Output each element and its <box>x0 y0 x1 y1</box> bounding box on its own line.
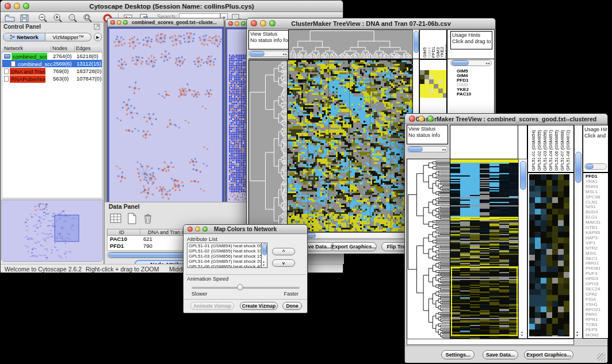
attribute-item[interactable]: GPL51-04 (GSM857) heat shock 20 min <box>188 259 267 264</box>
speed-slider-thumb[interactable] <box>237 284 243 290</box>
attribute-item[interactable]: GPL51-01 (GSM854) heat shock 05 min <box>188 243 267 248</box>
attribute-list-scrollbar[interactable]: ▴▾ <box>261 243 267 268</box>
zoom-matrix-cell[interactable] <box>429 84 434 89</box>
tv1-zoom-hscrollbar[interactable]: ◂ ▸ <box>450 60 492 66</box>
done-button[interactable]: Done <box>282 302 302 310</box>
column-label[interactable]: GPL51-04 (GSM857) <box>548 130 553 171</box>
zoom-matrix-cell[interactable] <box>420 79 424 84</box>
zoom-button[interactable] <box>202 227 208 232</box>
network-row[interactable]: RNAPuberNov2+ 563(0) 107847(0) <box>2 75 102 82</box>
tv1-gene-dendrogram[interactable] <box>248 60 288 232</box>
zoom-matrix-cell[interactable] <box>420 75 424 79</box>
minimize-button[interactable] <box>14 3 20 9</box>
treeview1-titlebar[interactable]: ClusterMaker TreeView : DNA and Tran 07-… <box>247 18 495 29</box>
zoom-matrix-cell[interactable] <box>429 79 434 84</box>
attribute-list[interactable]: GPL51-01 (GSM854) heat shock 05 minGPL51… <box>187 243 267 268</box>
zoom-matrix-cell[interactable] <box>424 93 429 98</box>
tv2-bottom-hscrollbar[interactable] <box>407 339 574 345</box>
zoom-button[interactable] <box>23 3 29 9</box>
column-label[interactable]: GPL51-07 (GSM868) <box>560 130 565 171</box>
minimize-button[interactable] <box>260 20 266 26</box>
zoom-matrix-cell[interactable] <box>434 89 438 93</box>
zoom-button[interactable] <box>427 116 434 122</box>
zoom-matrix-cell[interactable] <box>420 70 424 75</box>
animate-vizmap-button[interactable]: Animate Vizmap <box>190 302 234 310</box>
zoom-matrix-cell[interactable] <box>429 70 434 75</box>
zoom-matrix-cell[interactable] <box>424 84 429 89</box>
close-button[interactable] <box>251 20 257 26</box>
float-panel-icon[interactable] <box>94 24 100 30</box>
zoom-matrix-cell[interactable] <box>434 84 438 89</box>
main-titlebar[interactable]: Cytoscape Desktop (Session Name: collins… <box>1 1 343 12</box>
close-button[interactable] <box>188 227 193 232</box>
new-attribute-icon[interactable] <box>125 212 138 225</box>
zoom-matrix-cell[interactable] <box>429 75 434 79</box>
tab-overflow-button[interactable]: ▶ <box>94 33 102 41</box>
zoom-matrix-cell[interactable] <box>438 84 443 89</box>
zoom-matrix-cell[interactable] <box>443 70 447 75</box>
network-row[interactable]: DNA and Tran 07 769(0) 183728(0) <box>2 67 102 75</box>
tv1-global-heatmap[interactable] <box>287 60 413 232</box>
close-button[interactable] <box>228 21 233 26</box>
column-label[interactable]: GPL51-03 (GSM856) <box>542 130 548 171</box>
gene-label[interactable]: PAC10 <box>457 92 471 97</box>
zoom-matrix-cell[interactable] <box>420 84 424 89</box>
zoom-matrix-cell[interactable] <box>438 79 443 84</box>
gene-label[interactable]: MON2 <box>586 333 608 338</box>
zoom-matrix-cell[interactable] <box>429 89 434 93</box>
zoom-matrix-cell[interactable] <box>438 89 443 93</box>
column-label[interactable]: GPL51-01 (GSM854) <box>531 130 536 171</box>
scroll-arrows[interactable]: ◂ ▸ <box>442 148 446 151</box>
zoom-matrix-cell[interactable] <box>434 79 438 84</box>
network-view-1[interactable] <box>109 29 222 205</box>
zoom-matrix-cell[interactable] <box>424 75 429 79</box>
zoom-matrix-cell[interactable] <box>420 93 424 98</box>
zoom-matrix-cell[interactable] <box>424 70 429 75</box>
tv2-global-heatmap[interactable] <box>450 159 519 340</box>
zoom-matrix-cell[interactable] <box>434 75 438 79</box>
birdseye-view[interactable] <box>2 200 102 261</box>
tv1-array-dendrogram[interactable] <box>288 29 413 60</box>
dialog-titlebar[interactable]: Map Colors to Network <box>183 225 307 234</box>
zoom-matrix-cell[interactable] <box>443 75 447 79</box>
tv2-status-scrollbar[interactable]: ◂ ▸ <box>407 146 448 152</box>
col-nodes[interactable]: Nodes <box>52 45 67 51</box>
attribute-item[interactable]: GPL51-03 (GSM856) heat shock 15 min <box>188 254 267 259</box>
tab-vizmapper[interactable]: VizMapper™ <box>45 33 91 41</box>
attribute-item[interactable]: GPL51-06 (GSM865) heat shock 40 min <box>188 264 267 268</box>
scroll-arrows[interactable]: ◂ ▸ <box>282 52 287 56</box>
network-window1-titlebar[interactable]: combined_scores_good.txt--cluste... <box>108 18 224 27</box>
save-data-button[interactable]: Save Data... <box>483 350 518 359</box>
zoom-button[interactable] <box>123 20 128 25</box>
scroll-arrows[interactable]: ◂ ▸ <box>485 62 490 65</box>
zoom-matrix-cell[interactable] <box>443 79 447 84</box>
close-button[interactable] <box>110 20 115 25</box>
zoom-matrix-cell[interactable] <box>438 93 443 98</box>
zoom-matrix-cell[interactable] <box>443 89 447 93</box>
settings-button[interactable]: Settings... <box>441 350 475 359</box>
minimize-button[interactable] <box>235 21 239 26</box>
export-graphics-button[interactable]: Export Graphics... <box>524 350 573 359</box>
tv2-global-vscrollbar[interactable]: ▴▾ <box>518 159 527 339</box>
zoom-matrix-cell[interactable] <box>424 79 429 84</box>
column-label[interactable]: GPL51-02 (GSM855) <box>537 130 542 171</box>
column-label[interactable]: GPL51-08 (GSM872) <box>565 130 571 171</box>
speed-slider-track[interactable] <box>192 287 300 289</box>
move-up-button[interactable]: ^ <box>272 248 295 255</box>
minimize-button[interactable] <box>195 227 200 232</box>
zoom-matrix-cell[interactable] <box>429 93 434 98</box>
zoom-matrix-cell[interactable] <box>420 89 424 93</box>
tv1-status-scrollbar[interactable]: ◂ ▸ <box>248 51 289 57</box>
zoom-matrix-cell[interactable] <box>434 70 438 75</box>
delete-attribute-icon[interactable] <box>141 212 154 225</box>
tv2-gene-dendrogram[interactable] <box>407 159 450 340</box>
move-down-button[interactable]: v <box>272 259 295 267</box>
export-graphics-button[interactable]: Export Graphics... <box>331 242 377 251</box>
scroll-arrows[interactable]: ▴▾ <box>521 330 523 337</box>
column-label[interactable]: GPL51-06 (GSM865) <box>554 130 559 171</box>
zoom-button[interactable] <box>241 21 246 26</box>
minimize-button[interactable] <box>418 116 424 122</box>
tv2-zoom-vscrollbar[interactable]: ▴▾ <box>574 125 583 339</box>
treeview2-titlebar[interactable]: ClusterMaker TreeView : combined_scores_… <box>405 114 607 124</box>
col-edges[interactable]: Edges <box>76 45 91 51</box>
